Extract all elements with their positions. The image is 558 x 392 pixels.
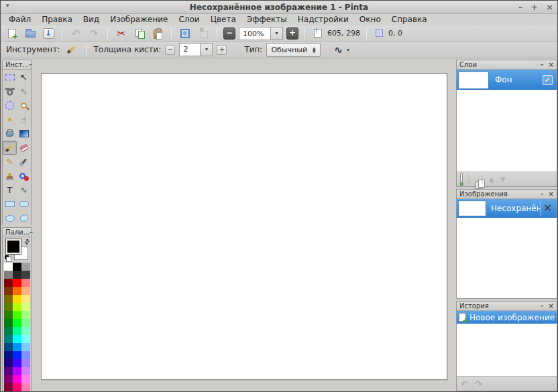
lasso-select-tool[interactable]: ➰ — [3, 84, 17, 99]
magic-wand-tool[interactable]: ✶ — [3, 113, 17, 127]
palette-swatch[interactable] — [13, 295, 21, 303]
palette-swatch[interactable] — [13, 271, 21, 279]
layer-visibility-checkbox[interactable]: ✓ — [543, 75, 553, 85]
palette-swatch[interactable] — [13, 327, 21, 335]
palette-swatch[interactable] — [13, 319, 21, 327]
move-selected-tool[interactable]: ↖ — [17, 70, 31, 84]
palette-swatch[interactable] — [13, 351, 21, 359]
open-button[interactable] — [23, 26, 38, 40]
palette-swatch[interactable] — [21, 279, 30, 287]
palette-swatch[interactable] — [4, 295, 13, 303]
pan-tool[interactable]: ☝ — [17, 113, 31, 127]
palette-swatch[interactable] — [4, 279, 13, 287]
rounded-rectangle-tool[interactable] — [17, 197, 31, 211]
palette-swatch[interactable] — [4, 319, 13, 327]
palette-swatch[interactable] — [21, 375, 30, 383]
images-panel-close-button[interactable]: × — [549, 190, 554, 198]
menu-image[interactable]: Изображение — [105, 14, 173, 25]
history-panel-title-bar[interactable]: История – × — [457, 302, 557, 311]
save-button[interactable]: ↓ — [41, 26, 56, 40]
crop-to-selection-button[interactable] — [178, 26, 192, 40]
pencil-tool[interactable]: ✎ — [3, 155, 17, 169]
reset-colors-icon[interactable] — [4, 255, 11, 261]
layers-panel-close-button[interactable]: × — [549, 61, 554, 69]
images-panel-title-bar[interactable]: Изображения – × — [457, 190, 557, 199]
image-row[interactable]: Несохранён... ✕ — [457, 199, 557, 218]
palette-swatch[interactable] — [21, 295, 30, 303]
eraser-tool[interactable] — [17, 141, 31, 155]
palette-swatch[interactable] — [13, 367, 21, 375]
freeform-shape-tool[interactable] — [17, 211, 31, 225]
palette-swatch[interactable] — [4, 351, 13, 359]
rectangle-select-tool[interactable] — [3, 70, 17, 84]
layer-row[interactable]: Фон ✓ — [457, 70, 557, 90]
palette-swatch[interactable] — [13, 263, 21, 271]
palette-swatch[interactable] — [4, 383, 13, 391]
menu-colors[interactable]: Цвета — [205, 14, 241, 25]
palette-swatch[interactable] — [13, 287, 21, 295]
palette-swatch[interactable] — [21, 311, 30, 319]
line-style-icon[interactable]: ∿ — [334, 44, 343, 56]
palette-swatch[interactable] — [21, 263, 30, 271]
menu-view[interactable]: Вид — [78, 14, 105, 25]
menu-edit[interactable]: Правка — [36, 14, 78, 25]
palette-swatch[interactable] — [21, 367, 30, 375]
layers-panel-title-bar[interactable]: Слои – × — [457, 60, 557, 70]
palette-swatch[interactable] — [4, 335, 13, 343]
add-layer-button[interactable] — [461, 175, 462, 184]
cut-button[interactable]: ✂ — [114, 26, 129, 40]
palette-swatch[interactable] — [21, 327, 30, 335]
gradient-tool[interactable] — [17, 127, 31, 141]
menu-file[interactable]: Файл — [3, 14, 36, 25]
menu-effects[interactable]: Эффекты — [241, 14, 292, 25]
palette-swatch[interactable] — [21, 343, 30, 351]
paint-bucket-tool[interactable] — [3, 127, 17, 141]
palette-swatch[interactable] — [21, 271, 30, 279]
palette-panel-title-bar[interactable]: Пали... – — [3, 228, 31, 237]
palette-swatch[interactable] — [21, 383, 30, 391]
palette-swatch[interactable] — [13, 359, 21, 367]
move-selection-tool[interactable]: ⇖ — [17, 84, 31, 99]
palette-swatch[interactable] — [21, 335, 30, 343]
clone-stamp-tool[interactable] — [3, 169, 17, 183]
title-bar[interactable]: ▾ Несохранённое изображение 1 - Pinta – … — [1, 1, 557, 14]
palette-swatch[interactable] — [21, 351, 30, 359]
palette-swatch[interactable] — [13, 375, 21, 383]
zoom-in-button[interactable]: + — [286, 27, 298, 40]
palette-swatch[interactable] — [13, 311, 21, 319]
paste-button[interactable] — [150, 26, 165, 40]
palette-swatch[interactable] — [21, 303, 30, 311]
recolor-tool[interactable] — [17, 169, 31, 183]
palette-swatch[interactable] — [13, 383, 21, 391]
brush-type-combo[interactable]: Обычный ▲ ▼ — [266, 43, 320, 57]
zoom-dropdown-button[interactable]: ▾ — [270, 27, 283, 40]
palette-swatch[interactable] — [4, 375, 13, 383]
palette-swatch[interactable] — [4, 287, 13, 295]
brush-width-dropdown-button[interactable]: ▾ — [200, 43, 213, 56]
brush-width-field[interactable]: 2 — [179, 43, 201, 56]
line-curve-tool[interactable]: ∿ — [17, 183, 31, 197]
brush-width-decrease-button[interactable]: − — [165, 45, 175, 55]
palette-panel-minimize-button[interactable]: – — [30, 228, 33, 237]
drawing-canvas[interactable] — [41, 73, 447, 380]
images-panel-minimize-button[interactable]: – — [541, 190, 544, 198]
paintbrush-tool[interactable] — [3, 141, 17, 155]
menu-window[interactable]: Окно — [354, 14, 386, 25]
maximize-button[interactable]: + — [531, 1, 538, 13]
zoom-out-button[interactable]: − — [223, 27, 235, 40]
swap-colors-icon[interactable]: ⇄ — [22, 237, 32, 247]
layers-panel-minimize-button[interactable]: – — [541, 61, 544, 69]
color-picker-tool[interactable] — [17, 155, 31, 169]
palette-swatch[interactable] — [4, 343, 13, 351]
palette-swatch[interactable] — [4, 359, 13, 367]
history-panel-close-button[interactable]: × — [549, 302, 554, 310]
zoom-tool[interactable] — [17, 99, 31, 113]
palette-swatch[interactable] — [13, 343, 21, 351]
close-image-icon[interactable]: ✕ — [540, 201, 555, 216]
menu-addins[interactable]: Надстройки — [292, 14, 354, 25]
palette-swatch[interactable] — [4, 327, 13, 335]
palette-swatch[interactable] — [13, 279, 21, 287]
history-row[interactable]: Новое изображение — [457, 311, 557, 324]
palette-swatch[interactable] — [4, 303, 13, 311]
palette-swatch[interactable] — [21, 319, 30, 327]
